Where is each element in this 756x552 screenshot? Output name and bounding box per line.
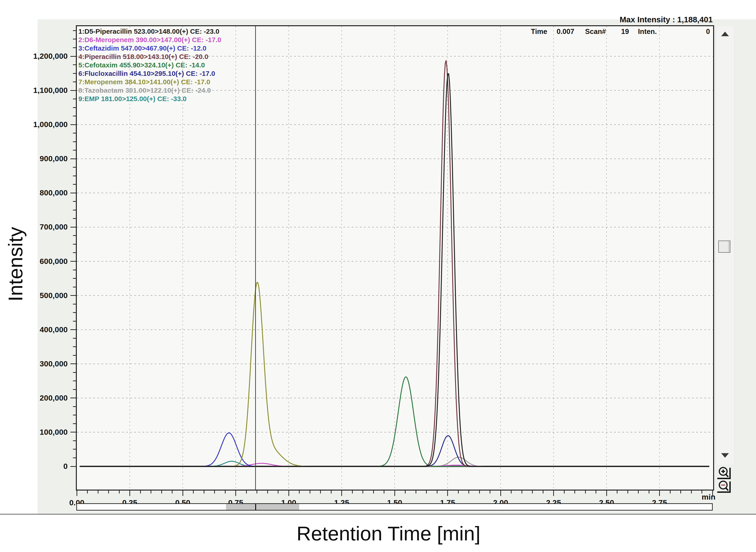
x-minor-tick	[543, 491, 543, 494]
x-minor-tick	[362, 491, 363, 494]
vertical-scrollbar[interactable]	[716, 26, 735, 464]
inten-value: 0	[706, 27, 710, 36]
y-minor-tick	[73, 440, 76, 441]
y-minor-tick	[73, 338, 76, 338]
y-minor-tick	[73, 321, 76, 321]
x-minor-tick	[331, 491, 331, 494]
x-minor-tick	[437, 491, 437, 494]
y-major-tick	[71, 398, 76, 398]
y-minor-tick	[73, 150, 76, 150]
y-major-tick	[71, 432, 76, 432]
legend-item: 8:Tazobactam 301.00>122.10(+) CE: -24.0	[78, 86, 221, 95]
x-minor-tick	[490, 491, 490, 494]
scroll-down-arrow-icon[interactable]	[721, 453, 729, 458]
y-minor-tick	[73, 99, 76, 99]
x-minor-tick	[596, 491, 596, 494]
y-major-tick	[71, 261, 76, 262]
x-minor-tick	[585, 491, 586, 494]
y-minor-tick	[73, 141, 76, 142]
x-minor-tick	[172, 491, 173, 494]
x-minor-tick	[246, 491, 247, 494]
y-minor-tick	[73, 449, 76, 449]
legend-item: 1:D5-Piperacillin 523.00>148.00(+) CE: -…	[78, 27, 221, 35]
magnifier-minus-icon	[715, 479, 735, 493]
x-minor-tick	[416, 491, 416, 494]
scan-value: 19	[621, 27, 629, 36]
x-minor-tick	[680, 491, 681, 494]
time-label: Time	[531, 27, 547, 36]
zoom-out-button[interactable]	[715, 479, 735, 493]
x-minor-tick	[628, 491, 628, 494]
y-major-tick	[71, 90, 76, 91]
y-minor-tick	[73, 39, 76, 39]
y-major-tick	[71, 466, 76, 467]
y-minor-tick	[73, 415, 76, 415]
y-minor-tick	[73, 406, 76, 407]
y-minor-tick	[73, 312, 76, 313]
x-minor-tick	[522, 491, 522, 494]
legend-item: 5:Cefotaxim 455.90>324.10(+) CE: -14.0	[78, 61, 221, 69]
tracker-selection[interactable]	[226, 504, 299, 510]
x-axis-unit-label: min	[693, 493, 716, 502]
y-minor-tick	[73, 270, 76, 270]
x-minor-tick	[225, 491, 226, 494]
x-minor-tick	[299, 491, 300, 494]
time-range-tracker[interactable]	[76, 503, 713, 511]
y-major-tick	[71, 158, 76, 159]
x-minor-tick	[87, 491, 88, 494]
x-minor-tick	[278, 491, 279, 494]
y-minor-tick	[73, 347, 76, 347]
x-minor-tick	[320, 491, 321, 494]
y-tick-label: 1,200,000	[22, 52, 68, 60]
y-minor-tick	[73, 175, 76, 176]
plot-area[interactable]: 1:D5-Piperacillin 523.00>148.00(+) CE: -…	[76, 25, 714, 491]
x-major-tick	[659, 491, 660, 496]
y-minor-tick	[73, 287, 76, 287]
y-tick-label: 1,000,000	[22, 120, 68, 129]
x-minor-tick	[511, 491, 512, 494]
x-minor-tick	[564, 491, 565, 494]
x-minor-tick	[193, 491, 194, 494]
y-minor-tick	[73, 201, 76, 202]
x-minor-tick	[479, 491, 480, 494]
x-axis-title: Retention Time [min]	[297, 522, 480, 545]
y-minor-tick	[73, 184, 76, 185]
y-major-tick	[71, 56, 76, 57]
x-minor-tick	[405, 491, 406, 494]
zoom-in-button[interactable]	[715, 466, 735, 479]
x-minor-tick	[108, 491, 109, 494]
y-minor-tick	[73, 304, 76, 304]
y-minor-tick	[73, 116, 76, 116]
y-axis-title: Intensity	[4, 227, 27, 301]
y-minor-tick	[73, 457, 76, 458]
y-minor-tick	[73, 423, 76, 424]
x-minor-tick	[532, 491, 533, 494]
x-minor-tick	[373, 491, 374, 494]
x-major-tick	[500, 491, 501, 496]
x-major-tick	[289, 491, 289, 496]
y-minor-tick	[73, 64, 76, 65]
y-major-tick	[71, 124, 76, 125]
x-minor-tick	[140, 491, 141, 494]
y-minor-tick	[73, 167, 76, 168]
legend-item: 9:EMP 181.00>125.00(+) CE: -33.0	[78, 95, 221, 103]
y-tick-label: 600,000	[22, 257, 68, 266]
legend-item: 2:D6-Meropenem 390.00>147.00(+) CE: -17.…	[78, 35, 221, 44]
y-minor-tick	[73, 252, 76, 253]
tracker-cursor[interactable]	[255, 504, 256, 510]
x-minor-tick	[256, 491, 257, 494]
y-minor-tick	[73, 278, 76, 279]
y-major-tick	[71, 295, 76, 296]
x-major-tick	[553, 491, 554, 496]
x-minor-tick	[161, 491, 162, 494]
y-minor-tick	[73, 244, 76, 245]
time-value: 0.007	[557, 27, 574, 36]
scroll-up-arrow-icon[interactable]	[721, 32, 729, 36]
cursor-line[interactable]	[255, 26, 256, 490]
y-minor-tick	[73, 107, 76, 108]
x-minor-tick	[384, 491, 385, 494]
x-major-tick	[129, 491, 130, 496]
x-major-tick	[395, 491, 395, 496]
legend-item: 7:Meropenem 384.10>141.00(+) CE: -17.0	[78, 78, 221, 86]
scrollbar-thumb[interactable]	[718, 241, 731, 253]
